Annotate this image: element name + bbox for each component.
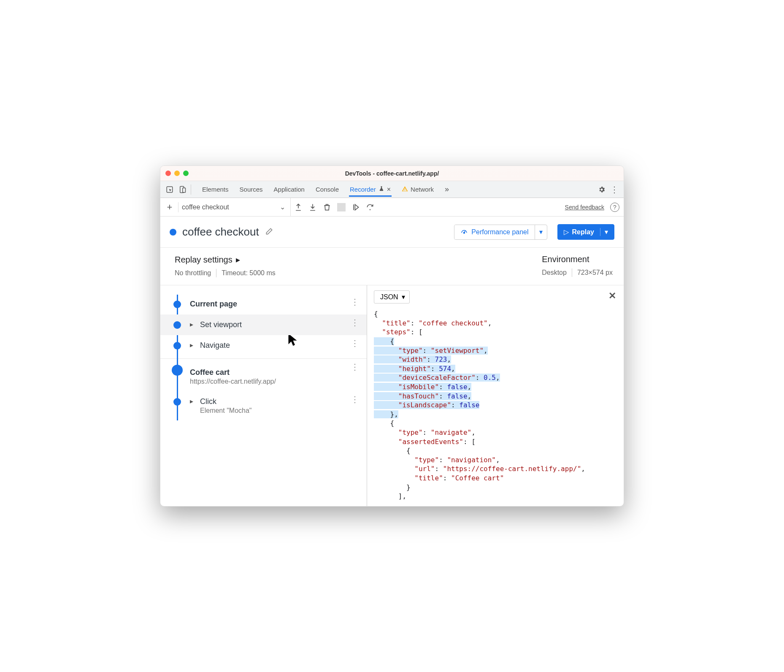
help-icon[interactable]: ? [610, 203, 619, 212]
separator [191, 184, 191, 195]
step-title: Current page [190, 300, 237, 309]
step-over-icon[interactable] [366, 203, 374, 211]
edit-title-icon[interactable] [265, 227, 273, 237]
import-icon[interactable] [308, 203, 317, 211]
export-icon[interactable] [294, 203, 303, 211]
chevron-down-icon: ⌄ [280, 203, 285, 211]
expand-icon[interactable]: ▸ [190, 320, 196, 328]
devtools-tabstrip: Elements Sources Application Console Rec… [160, 181, 624, 198]
devtools-window: DevTools - coffee-cart.netlify.app/ Elem… [160, 165, 624, 506]
performance-dropdown-icon[interactable]: ▾ [535, 225, 547, 239]
recorder-toolbar: + coffee checkout ⌄ Send feedback ? [160, 198, 624, 217]
window-title: DevTools - coffee-cart.netlify.app/ [160, 170, 624, 177]
timeline-node-icon [172, 365, 183, 376]
replay-button[interactable]: ▷ Replay ▾ [557, 224, 614, 240]
device-toolbar-icon[interactable] [176, 184, 188, 195]
inspect-element-icon[interactable] [164, 184, 176, 195]
traffic-lights [165, 171, 189, 176]
timeline-node-icon [173, 342, 181, 350]
tab-elements[interactable]: Elements [201, 182, 230, 196]
step-menu-icon[interactable]: ⋮ [351, 398, 359, 401]
macos-titlebar: DevTools - coffee-cart.netlify.app/ [160, 166, 624, 181]
svg-rect-2 [183, 188, 186, 192]
step-menu-icon[interactable]: ⋮ [351, 321, 359, 324]
timeline-node-icon [173, 398, 181, 406]
step-subtitle: Element "Mocha" [200, 407, 252, 415]
throttling-value: No throttling [175, 269, 211, 277]
more-tabs-icon[interactable]: » [444, 182, 450, 197]
panel-tabs: Elements Sources Application Console Rec… [201, 182, 450, 197]
tab-recorder-label: Recorder [350, 186, 376, 193]
gauge-icon [460, 228, 468, 236]
tab-console[interactable]: Console [315, 182, 340, 196]
format-label: JSON [380, 293, 398, 301]
format-selector[interactable]: JSON ▾ [374, 290, 410, 303]
recording-status-icon [170, 229, 176, 236]
chevron-down-icon: ▾ [402, 293, 405, 301]
close-tab-icon[interactable]: × [387, 186, 391, 193]
tab-sources[interactable]: Sources [239, 182, 264, 196]
code-pane: JSON ▾ ✕ { "title": "coffee checkout", "… [367, 285, 624, 506]
json-output: { "title": "coffee checkout", "steps": [… [374, 309, 617, 501]
settings-gear-icon[interactable] [596, 184, 608, 195]
recording-selector-label: coffee checkout [182, 203, 229, 211]
svg-point-3 [370, 209, 371, 210]
step-menu-icon[interactable]: ⋮ [351, 342, 359, 344]
send-feedback-link[interactable]: Send feedback [565, 204, 604, 211]
step-current-page[interactable]: Current page ⋮ [160, 294, 367, 314]
fullscreen-window-icon[interactable] [183, 171, 189, 176]
close-window-icon[interactable] [165, 171, 171, 176]
expand-icon[interactable]: ▸ [190, 397, 196, 405]
recording-selector[interactable]: coffee checkout ⌄ [182, 198, 291, 216]
tab-application[interactable]: Application [273, 182, 305, 196]
step-title: Navigate [200, 341, 230, 350]
step-title: Set viewport [200, 320, 242, 329]
performance-panel-label: Performance panel [471, 228, 528, 236]
flask-icon [378, 186, 384, 193]
env-viewport: 723×574 px [577, 269, 613, 276]
timeline-node-icon [173, 301, 181, 308]
step-title: Coffee cart [190, 368, 276, 377]
delete-icon[interactable] [323, 203, 331, 211]
performance-panel-button[interactable]: Performance panel ▾ [454, 225, 547, 240]
replay-label: Replay [572, 228, 594, 236]
replay-settings-label: Replay settings [175, 255, 232, 265]
step-title: Click [200, 397, 252, 406]
environment-heading: Environment [542, 255, 613, 264]
steps-pane: Current page ⋮ ▸ Set viewport ⋮ ▸ [160, 285, 367, 506]
step-click[interactable]: ▸ Click Element "Mocha" ⋮ [160, 391, 367, 420]
step-subtitle: https://coffee-cart.netlify.app/ [190, 378, 276, 385]
more-menu-icon[interactable]: ⋮ [608, 184, 620, 195]
svg-point-4 [464, 232, 465, 233]
minimize-window-icon[interactable] [174, 171, 180, 176]
step-set-viewport[interactable]: ▸ Set viewport ⋮ [160, 314, 367, 335]
recording-title: coffee checkout [182, 225, 259, 238]
env-device: Desktop [542, 269, 567, 276]
tab-network[interactable]: Network [401, 182, 435, 197]
warning-icon [402, 186, 408, 193]
timeline-node-icon [173, 321, 181, 329]
recorder-body: Current page ⋮ ▸ Set viewport ⋮ ▸ [160, 285, 624, 506]
chevron-right-icon: ▸ [236, 255, 240, 265]
step-menu-icon[interactable]: ⋮ [351, 366, 359, 368]
replay-dropdown-icon[interactable]: ▾ [600, 228, 608, 236]
play-icon: ▷ [564, 228, 569, 236]
tab-recorder[interactable]: Recorder × [349, 182, 392, 197]
tab-network-label: Network [411, 186, 434, 193]
close-code-icon[interactable]: ✕ [608, 290, 616, 301]
expand-icon[interactable]: ▸ [190, 341, 196, 349]
toolbar-actions [294, 203, 374, 211]
new-recording-icon[interactable]: + [165, 202, 175, 213]
recording-header: coffee checkout Performance panel ▾ ▷ Re… [160, 217, 624, 248]
step-play-icon[interactable] [351, 203, 360, 211]
replay-settings-toggle[interactable]: Replay settings ▸ [175, 255, 276, 265]
step-navigate[interactable]: ▸ Navigate ⋮ [160, 335, 367, 356]
timeout-value: Timeout: 5000 ms [222, 269, 275, 277]
step-menu-icon[interactable]: ⋮ [351, 301, 359, 303]
settings-row: Replay settings ▸ No throttling Timeout:… [160, 248, 624, 285]
step-coffee-cart[interactable]: Coffee cart https://coffee-cart.netlify.… [160, 359, 367, 391]
